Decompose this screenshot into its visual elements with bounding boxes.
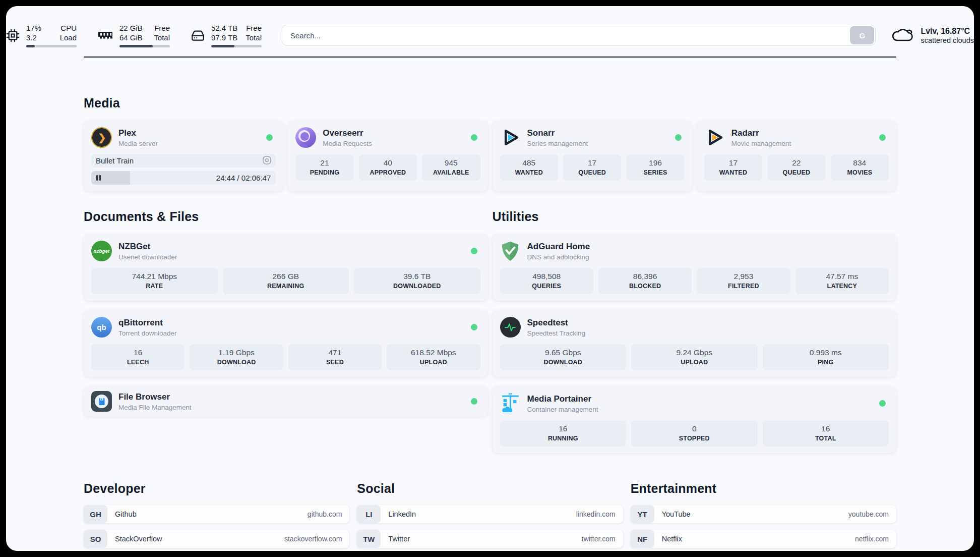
app-subtitle: Speedtest Tracking (527, 329, 586, 337)
stat-tile: 945AVAILABLE (422, 154, 480, 181)
overseerr-icon (295, 127, 316, 148)
stat-tile: 17WANTED (704, 154, 762, 181)
section-title-entertainment: Entertainment (631, 481, 896, 496)
memory-total-value: 64 GiB (119, 33, 143, 42)
memory-stat: 22 GiB 64 GiB Free Total (98, 23, 170, 47)
stat-tile: 266 GBREMAINING (223, 268, 349, 294)
radarr-icon (704, 127, 725, 148)
bookmark-url: stackoverflow.com (284, 535, 349, 543)
cpu-stat: 17% 3.2 CPU Load (6, 23, 77, 47)
stat-tile: 0STOPPED (631, 420, 758, 447)
bookmark-abbr: SO (84, 530, 107, 548)
bookmark-abbr: NF (631, 530, 654, 548)
bookmark-github[interactable]: GH Github github.com (84, 505, 349, 523)
memory-free-value: 22 GiB (119, 23, 143, 33)
stat-tile: 0.993 msPING (763, 344, 889, 370)
app-name: Speedtest (527, 318, 586, 328)
search-bar: G (282, 25, 876, 46)
bookmark-youtube[interactable]: YT YouTube youtube.com (631, 505, 896, 523)
cpu-load-label: Load (60, 33, 77, 42)
now-playing-title: Bullet Train (96, 156, 263, 165)
status-online-dot (879, 400, 886, 407)
app-subtitle: Media File Management (118, 404, 192, 411)
section-title-utilities: Utilities (493, 209, 897, 224)
app-card-overseerr[interactable]: Overseerr Media Requests 21PENDING 40APP… (288, 121, 487, 191)
disk-free-value: 52.4 TB (211, 23, 237, 33)
status-online-dot (471, 324, 477, 330)
stat-tile: 471SEED (288, 344, 382, 370)
weather-location-temp: Lviv, 16.87°C (921, 27, 974, 36)
stat-tile: 16LEECH (91, 344, 185, 370)
app-card-nzbget[interactable]: nzbget NZBGet Usenet downloader 744.21 M… (84, 234, 488, 301)
filebrowser-icon (91, 391, 112, 412)
disc-icon[interactable] (263, 156, 271, 166)
top-bar: 17% 3.2 CPU Load (6, 6, 974, 47)
status-online-dot (471, 398, 477, 405)
app-name: File Browser (118, 392, 192, 402)
disk-icon (191, 29, 205, 42)
bookmark-url: twitter.com (582, 535, 623, 543)
stat-tile: 16TOTAL (763, 420, 889, 447)
memory-icon (98, 30, 113, 40)
app-card-filebrowser[interactable]: File Browser Media File Management (84, 386, 488, 416)
stat-tile: 39.6 TBDOWNLOADED (354, 268, 480, 294)
memory-free-label: Free (154, 23, 170, 33)
section-title-media: Media (84, 96, 896, 110)
app-card-sonarr[interactable]: Sonarr Series management 485WANTED 17QUE… (493, 121, 692, 191)
stat-tile: 22QUEUED (767, 154, 825, 181)
bookmark-twitter[interactable]: TW Twitter twitter.com (357, 530, 623, 548)
bookmark-abbr: LI (357, 505, 381, 523)
disk-total-value: 97.9 TB (211, 33, 237, 42)
app-subtitle: Usenet downloader (118, 253, 177, 261)
app-card-speedtest[interactable]: Speedtest Speedtest Tracking 9.65 GbpsDO… (493, 310, 897, 377)
stat-tile: 9.65 GbpsDOWNLOAD (500, 344, 627, 370)
stat-tile: 40APPROVED (359, 154, 417, 181)
cpu-usage-value: 17% (26, 23, 41, 33)
sonarr-icon (500, 127, 521, 148)
google-search-button[interactable]: G (850, 26, 874, 44)
memory-progress-bar (119, 45, 170, 47)
app-card-qbittorrent[interactable]: qb qBittorrent Torrent downloader 16LEEC… (84, 310, 488, 377)
app-card-adguard[interactable]: AdGuard Home DNS and adblocking 498,508Q… (493, 234, 897, 301)
stat-tile: 1.19 GbpsDOWNLOAD (190, 344, 283, 370)
stat-tile: 86,396BLOCKED (598, 268, 692, 294)
bookmark-stackoverflow[interactable]: SO StackOverflow stackoverflow.com (84, 530, 349, 548)
app-card-plex[interactable]: ❯ Plex Media server Bullet Train (84, 121, 283, 191)
stat-tile: 16RUNNING (500, 420, 627, 447)
app-card-radarr[interactable]: Radarr Movie management 17WANTED 22QUEUE… (697, 121, 896, 191)
stat-tile: 618.52 MbpsUPLOAD (387, 344, 480, 370)
disk-stat: 52.4 TB 97.9 TB Free Total (191, 23, 262, 47)
playback-progress-bar[interactable]: 24:44 / 02:06:47 (91, 171, 276, 185)
adguard-icon (500, 241, 521, 261)
search-input[interactable] (282, 25, 876, 46)
app-subtitle: Torrent downloader (118, 329, 177, 337)
app-card-portainer[interactable]: Media Portainer Container management 16R… (493, 386, 897, 453)
dashboard-page: 17% 3.2 CPU Load (6, 6, 974, 551)
app-subtitle: Series management (527, 140, 588, 147)
stat-tile: 196SERIES (626, 154, 684, 181)
cpu-progress-bar (26, 45, 77, 47)
weather-widget[interactable]: Lviv, 16.87°C scattered clouds (891, 25, 974, 45)
bookmark-netflix[interactable]: NF Netflix netflix.com (631, 530, 896, 548)
app-subtitle: Movie management (731, 140, 791, 147)
section-title-social: Social (357, 481, 623, 496)
bookmark-name: YouTube (662, 510, 691, 518)
weather-condition: scattered clouds (921, 36, 974, 44)
bookmark-linkedin[interactable]: LI LinkedIn linkedin.com (357, 505, 623, 523)
stat-tile: 9.24 GbpsUPLOAD (631, 344, 758, 370)
status-online-dot (471, 248, 477, 254)
app-name: NZBGet (118, 242, 177, 252)
stat-tile: 834MOVIES (831, 154, 889, 181)
stat-tile: 17QUEUED (563, 154, 621, 181)
section-title-documents: Documents & Files (84, 209, 488, 224)
app-name: Plex (118, 128, 158, 138)
memory-total-label: Total (154, 33, 170, 42)
app-name: AdGuard Home (527, 242, 590, 252)
pause-icon[interactable] (96, 175, 101, 181)
bookmark-url: github.com (308, 510, 349, 518)
speedtest-icon (500, 317, 521, 338)
disk-progress-bar (211, 45, 262, 47)
app-subtitle: Media Requests (323, 140, 372, 147)
app-subtitle: DNS and adblocking (527, 253, 590, 261)
status-online-dot (471, 134, 477, 141)
